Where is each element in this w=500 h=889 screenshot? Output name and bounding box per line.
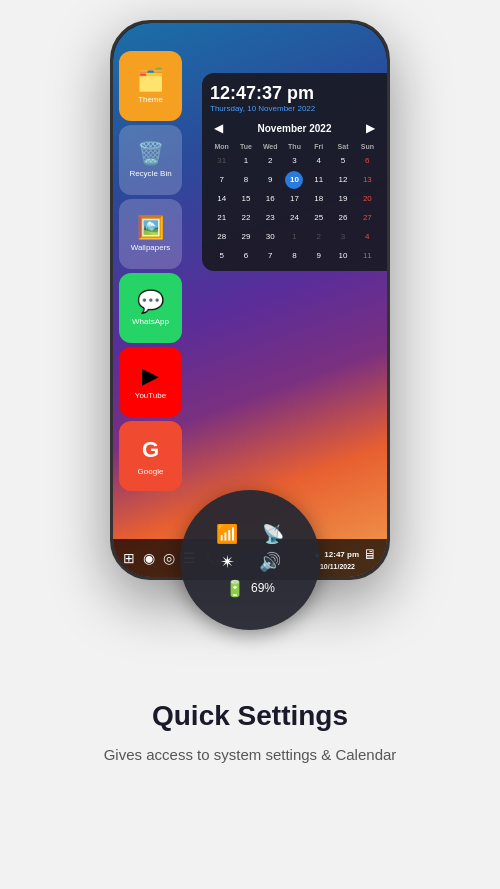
- calendar-days-grid: 3112345678910111213141516171819202122232…: [210, 152, 379, 265]
- theme-icon: 🗂️: [137, 69, 164, 91]
- wallpapers-icon: 🖼️: [137, 217, 164, 239]
- whatsapp-icon: 💬: [137, 291, 164, 313]
- taskbar-time-text: 12:47 pm: [324, 550, 359, 559]
- cal-day-21[interactable]: 21: [213, 209, 231, 227]
- app-recycle[interactable]: 🗑️ Recycle Bin: [119, 125, 182, 195]
- cal-day-41[interactable]: 11: [358, 247, 376, 265]
- cal-header-wed: Wed: [259, 141, 282, 152]
- wallpapers-label: Wallpapers: [131, 243, 171, 252]
- cal-day-15[interactable]: 15: [237, 190, 255, 208]
- qs-battery-row: 🔋 69%: [225, 579, 275, 598]
- cal-header-thu: Thu: [283, 141, 306, 152]
- taskbar-date-text: 10/11/2022: [320, 563, 355, 570]
- cal-day-35[interactable]: 5: [213, 247, 231, 265]
- bottom-section: Quick Settings Gives access to system se…: [0, 680, 500, 797]
- main-title: Quick Settings: [30, 700, 470, 732]
- google-label: Google: [138, 467, 164, 476]
- cal-day-30[interactable]: 30: [261, 228, 279, 246]
- cal-header-fri: Fri: [307, 141, 330, 152]
- calendar-month-title: November 2022: [258, 123, 332, 134]
- cal-header-sat: Sat: [331, 141, 354, 152]
- cal-day-25[interactable]: 25: [310, 209, 328, 227]
- bluetooth-icon[interactable]: ✴: [220, 551, 235, 573]
- cal-day-17[interactable]: 17: [285, 190, 303, 208]
- calendar-grid: Mon Tue Wed Thu Fri Sat Sun: [210, 141, 379, 152]
- recycle-label: Recycle Bin: [129, 169, 171, 178]
- whatsapp-label: WhatsApp: [132, 317, 169, 326]
- calendar-nav: ◀ November 2022 ▶: [210, 119, 379, 137]
- theme-label: Theme: [138, 95, 163, 104]
- cal-day-22[interactable]: 22: [237, 209, 255, 227]
- youtube-label: YouTube: [135, 391, 166, 400]
- battery-icon: 🔋: [225, 579, 245, 598]
- cal-day-8[interactable]: 8: [237, 171, 255, 189]
- cal-day-26[interactable]: 26: [334, 209, 352, 227]
- cal-day-20[interactable]: 20: [358, 190, 376, 208]
- signal-icon: 📶: [216, 523, 238, 545]
- next-month-button[interactable]: ▶: [362, 119, 379, 137]
- cal-day-11[interactable]: 11: [310, 171, 328, 189]
- cal-header-sun: Sun: [356, 141, 379, 152]
- cal-day-38[interactable]: 8: [285, 247, 303, 265]
- sub-text: Gives access to system settings & Calend…: [30, 744, 470, 767]
- cal-day-33[interactable]: 3: [334, 228, 352, 246]
- cal-day-2[interactable]: 2: [261, 152, 279, 170]
- cal-day-7[interactable]: 7: [213, 171, 231, 189]
- prev-month-button[interactable]: ◀: [210, 119, 227, 137]
- app-youtube[interactable]: ▶ YouTube: [119, 347, 182, 417]
- cal-day-9[interactable]: 9: [261, 171, 279, 189]
- cal-day-39[interactable]: 9: [310, 247, 328, 265]
- window-icon[interactable]: 🖥: [363, 546, 377, 562]
- cal-day-0[interactable]: 31: [213, 152, 231, 170]
- app-google[interactable]: G Google: [119, 421, 182, 491]
- cal-day-28[interactable]: 28: [213, 228, 231, 246]
- multitask-icon[interactable]: ⊞: [123, 550, 135, 566]
- cal-day-23[interactable]: 23: [261, 209, 279, 227]
- app-whatsapp[interactable]: 💬 WhatsApp: [119, 273, 182, 343]
- cal-day-14[interactable]: 14: [213, 190, 231, 208]
- app-sidebar: 🗂️ Theme 🗑️ Recycle Bin 🖼️ Wallpapers 💬 …: [113, 43, 188, 499]
- taskbar-right: ▲ 12:47 pm 🖥 10/11/2022: [313, 546, 377, 570]
- qs-top-row: 📶 📡: [216, 523, 284, 545]
- cal-day-4[interactable]: 4: [310, 152, 328, 170]
- cal-day-6[interactable]: 6: [358, 152, 376, 170]
- cal-day-29[interactable]: 29: [237, 228, 255, 246]
- calendar-time: 12:47:37 pm: [210, 83, 379, 104]
- calendar-widget: 12:47:37 pm Thursday, 10 November 2022 ◀…: [202, 73, 387, 271]
- battery-percent: 69%: [251, 581, 275, 595]
- qs-mid-row: ✴ 🔊: [220, 551, 281, 573]
- cal-day-5[interactable]: 5: [334, 152, 352, 170]
- cal-day-31[interactable]: 1: [285, 228, 303, 246]
- recycle-icon: 🗑️: [137, 143, 164, 165]
- cal-day-40[interactable]: 10: [334, 247, 352, 265]
- taskbar-time: ▲ 12:47 pm 🖥: [313, 546, 377, 562]
- cal-day-24[interactable]: 24: [285, 209, 303, 227]
- cal-day-37[interactable]: 7: [261, 247, 279, 265]
- app-wallpapers[interactable]: 🖼️ Wallpapers: [119, 199, 182, 269]
- wifi-icon: 📡: [262, 523, 284, 545]
- cal-day-36[interactable]: 6: [237, 247, 255, 265]
- volume-icon[interactable]: 🔊: [259, 551, 281, 573]
- google-icon: G: [142, 437, 159, 463]
- cal-day-10[interactable]: 10: [285, 171, 303, 189]
- circle-icon[interactable]: ◉: [143, 550, 155, 566]
- cal-day-3[interactable]: 3: [285, 152, 303, 170]
- cal-day-34[interactable]: 4: [358, 228, 376, 246]
- cal-day-18[interactable]: 18: [310, 190, 328, 208]
- cal-day-16[interactable]: 16: [261, 190, 279, 208]
- youtube-icon: ▶: [142, 365, 159, 387]
- phone-container: 🗂️ Theme 🗑️ Recycle Bin 🖼️ Wallpapers 💬 …: [0, 0, 500, 600]
- cal-day-19[interactable]: 19: [334, 190, 352, 208]
- cal-header-mon: Mon: [210, 141, 233, 152]
- chrome-icon[interactable]: ◎: [163, 550, 175, 566]
- cal-day-12[interactable]: 12: [334, 171, 352, 189]
- cal-day-27[interactable]: 27: [358, 209, 376, 227]
- calendar-date-text: Thursday, 10 November 2022: [210, 104, 379, 113]
- app-theme[interactable]: 🗂️ Theme: [119, 51, 182, 121]
- cal-day-32[interactable]: 2: [310, 228, 328, 246]
- quick-settings-bubble[interactable]: 📶 📡 ✴ 🔊 🔋 69%: [180, 490, 320, 630]
- cal-day-13[interactable]: 13: [358, 171, 376, 189]
- cal-header-tue: Tue: [234, 141, 257, 152]
- cal-day-1[interactable]: 1: [237, 152, 255, 170]
